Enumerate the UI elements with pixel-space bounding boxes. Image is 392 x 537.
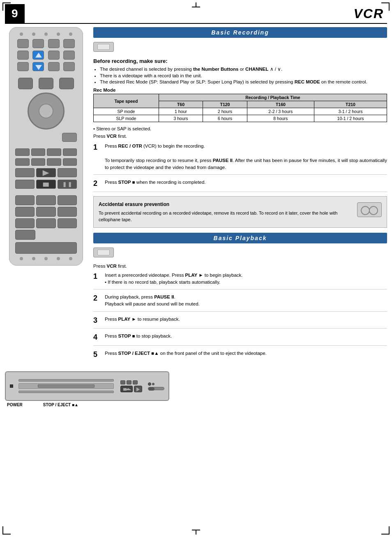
remote-btn[interactable]	[63, 148, 77, 156]
remote-num-3[interactable]	[58, 195, 77, 205]
step-content-2: Press STOP ■ when the recording is compl…	[105, 179, 387, 188]
table-header-tape-speed: Tape speed	[94, 94, 159, 108]
remote-num-6[interactable]	[58, 207, 77, 217]
svg-rect-3	[43, 183, 49, 187]
remote-num-0[interactable]	[15, 230, 35, 240]
vcr-progress-bar	[148, 387, 164, 390]
remote-btn[interactable]	[17, 39, 29, 48]
remote-num-7[interactable]	[15, 218, 35, 228]
table-header-t160: T160	[247, 101, 314, 108]
power-label: POWER	[7, 403, 23, 407]
remote-button-row-1	[15, 39, 77, 48]
remote-ff-btn[interactable]	[31, 148, 46, 156]
recording-step-2: 2 Press STOP ■ when the recording is com…	[93, 179, 387, 192]
remote-play-row	[15, 168, 77, 177]
remote-num-grid	[15, 195, 77, 240]
remote-channel-up-btn[interactable]	[32, 51, 44, 60]
remote-stop-row	[15, 180, 77, 189]
svg-rect-6	[123, 388, 127, 391]
remote-dot	[32, 257, 35, 260]
corner-mark-br	[381, 526, 390, 535]
playback-step-2: 2 During playback, press PAUSE II. Playb…	[93, 294, 387, 312]
before-recording-title: Before recording, make sure:	[93, 58, 387, 64]
remote-step-btn[interactable]	[15, 180, 35, 189]
remote-num-5[interactable]	[36, 207, 55, 217]
remote-stop-btn[interactable]	[36, 180, 55, 189]
svg-marker-0	[35, 53, 42, 58]
remote-btn[interactable]	[17, 51, 29, 60]
remote-btn[interactable]	[47, 158, 61, 166]
table-header-type: T60	[159, 101, 203, 108]
erasure-description: To prevent accidental recording on a rec…	[99, 211, 337, 222]
remote-pause-btn[interactable]	[58, 180, 77, 189]
vcr-icon	[93, 42, 114, 52]
vcr-play-btn[interactable]	[134, 386, 142, 392]
remote-btn[interactable]	[63, 62, 75, 71]
playback-step-content-5: Press STOP / EJECT ■▲ on the front panel…	[105, 350, 387, 359]
remote-btn[interactable]	[48, 51, 60, 60]
table-cell-sp-label: SP mode	[94, 108, 159, 115]
remote-enter-btn[interactable]	[62, 133, 77, 142]
remote-big-btn-1[interactable]	[18, 78, 33, 89]
corner-mark-tr	[381, 2, 390, 11]
center-top-mark	[192, 2, 200, 7]
vcr-stop-eject-btn[interactable]	[120, 386, 133, 392]
vcr-btn-small[interactable]	[120, 380, 125, 384]
remote-btn[interactable]	[48, 62, 60, 71]
remote-bottom-dots	[15, 257, 77, 260]
remote-rewind-btn[interactable]	[15, 148, 30, 156]
remote-num-4[interactable]	[15, 207, 35, 217]
vcr-slot-bottom	[18, 391, 114, 393]
svg-marker-2	[43, 170, 49, 176]
remote-btn[interactable]	[48, 39, 60, 48]
remote-num-1[interactable]	[15, 195, 35, 205]
remote-btn[interactable]	[31, 158, 46, 166]
vcr-btn-small[interactable]	[133, 380, 138, 384]
press-vcr-first-recording: Press VCR first.	[93, 134, 387, 139]
bullet-2: There is a videotape with a record tab i…	[100, 73, 387, 78]
remote-slow-btn[interactable]	[15, 168, 35, 177]
remote-num-9[interactable]	[58, 218, 77, 228]
playback-step-num-5: 5	[93, 350, 101, 359]
remote-btn[interactable]	[32, 39, 44, 48]
remote-dot	[44, 257, 48, 260]
remote-big-btn-2[interactable]	[39, 78, 53, 89]
table-header-t210: T210	[314, 101, 387, 108]
vcr-slot-top	[18, 379, 114, 382]
table-cell-sp-t120: 2 hours	[203, 108, 247, 115]
center-bottom-mark	[192, 530, 200, 535]
remote-btn[interactable]	[47, 148, 61, 156]
remote-btn[interactable]	[63, 39, 75, 48]
table-cell-slp-t210: 10-1 / 2 hours	[314, 115, 387, 122]
remote-btn[interactable]	[15, 158, 30, 166]
vcr-btn-small[interactable]	[127, 380, 131, 384]
corner-mark-tl	[2, 2, 11, 11]
table-cell-sp-t60: 1 hour	[159, 108, 203, 115]
table-cell-slp-t60: 3 hours	[159, 115, 203, 122]
remote-btn[interactable]	[63, 51, 75, 60]
remote-transport-row	[15, 148, 77, 156]
main-content: Basic Recording Before recording, make s…	[5, 27, 387, 366]
bullet-1: The desired channel is selected by press…	[100, 66, 387, 72]
tape-icon	[357, 202, 382, 217]
remote-btn[interactable]	[17, 62, 29, 71]
remote-slow-fwd-btn[interactable]	[58, 168, 77, 177]
remote-dot	[57, 257, 60, 260]
remote-big-btn-3[interactable]	[59, 78, 74, 89]
remote-bottom-btn[interactable]	[15, 242, 77, 254]
vcr-knob[interactable]	[148, 382, 151, 386]
remote-num-8[interactable]	[36, 218, 55, 228]
stop-eject-label: STOP / EJECT ■▲	[43, 403, 78, 407]
remote-channel-down-btn[interactable]	[32, 62, 44, 71]
remote-nav-center[interactable]	[39, 104, 53, 118]
playback-step-num-3: 3	[93, 316, 101, 325]
bullet-3: The desired Rec Mode (SP: Standard Play …	[100, 79, 387, 84]
table-cell-sp-t210: 3-1 / 2 hours	[314, 108, 387, 115]
remote-nav-circle[interactable]	[28, 93, 65, 130]
before-recording-bullets: The desired channel is selected by press…	[100, 66, 387, 84]
remote-num-2[interactable]	[36, 195, 55, 205]
bottom-section: POWER STOP / EJECT ■▲	[5, 371, 387, 407]
table-row-slp: SLP mode 3 hours 6 hours 8 hours 10-1 / …	[94, 115, 387, 122]
remote-btn[interactable]	[63, 158, 77, 166]
remote-play-btn[interactable]	[36, 168, 55, 177]
